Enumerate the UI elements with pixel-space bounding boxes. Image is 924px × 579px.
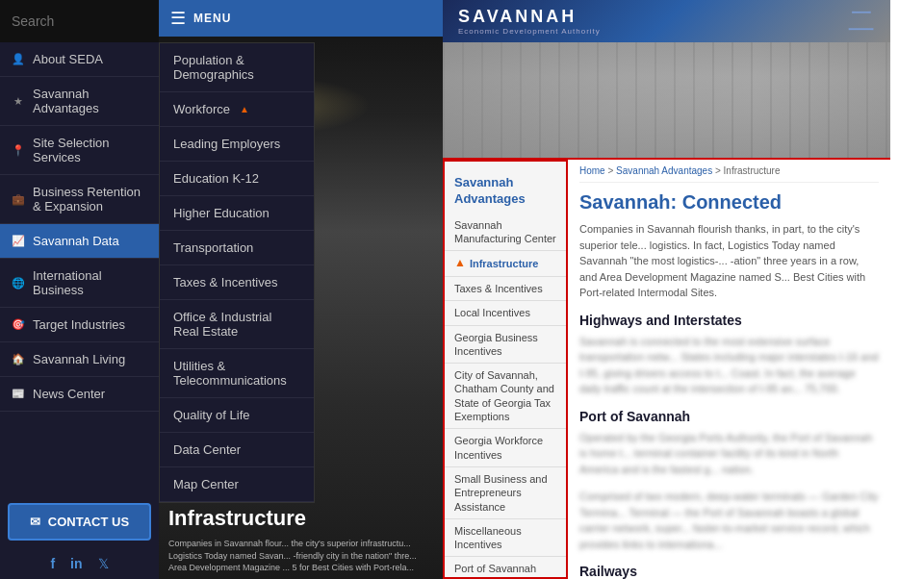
center-para: Companies in Savannah flour... the city'… [168, 538, 433, 574]
bird-logo-icon: ⼆ [848, 3, 875, 39]
sidebar-item-label: About SEDA [33, 52, 103, 66]
sub-nav-port-savannah[interactable]: Port of Savannah [445, 557, 566, 579]
dropdown-item-education-k12[interactable]: Education K-12 [160, 162, 314, 196]
logo-subtitle: Economic Development Authority [458, 27, 601, 36]
contact-label: CONTACT US [48, 515, 129, 529]
article-section1-title: Highways and Interstates [579, 313, 879, 328]
dropdown-item-leading-employers[interactable]: Leading Employers [160, 127, 314, 162]
dropdown-item-data-center[interactable]: Data Center [160, 433, 314, 467]
article-section2-body: Operated by the Georgia Ports Authority,… [579, 430, 879, 478]
article-content: Home > Savannah Advantages > Infrastruct… [568, 160, 890, 579]
sidebar-item-label: Savannah Data [33, 234, 119, 248]
sidebar-item-savannah-living[interactable]: 🏠 Savannah Living [0, 342, 159, 377]
dropdown-item-office-industrial[interactable]: Office & Industrial Real Estate [160, 300, 314, 349]
sidebar-item-label: News Center [33, 387, 105, 401]
dropdown-item-population[interactable]: Population & Demographics [160, 43, 314, 92]
sidebar: 🔍 👤 About SEDA ★ Savannah Advantages 📍 S… [0, 0, 159, 579]
sidebar-item-label: Savannah Living [33, 352, 125, 366]
warning-icon: ▲ [454, 256, 466, 271]
breadcrumb-home[interactable]: Home [579, 165, 605, 176]
dropdown-item-label: Higher Education [173, 206, 270, 220]
dropdown-item-label: Taxes & Incentives [173, 275, 277, 290]
social-bar: f in 𝕏 [0, 548, 159, 579]
sidebar-item-label: Target Industries [33, 317, 125, 332]
dropdown-item-transportation[interactable]: Transportation [160, 231, 314, 265]
dropdown-item-label: Office & Industrial Real Estate [173, 310, 300, 339]
article-section2-title: Port of Savannah [579, 409, 879, 424]
breadcrumb-advantages[interactable]: Savannah Advantages [616, 165, 712, 176]
sub-nav-manufacturing[interactable]: Savannah Manufacturing Center [445, 214, 566, 252]
breadcrumb-current: Infrastructure [724, 165, 781, 176]
hamburger-icon: ☰ [170, 8, 186, 29]
dropdown-item-label: Education K-12 [173, 171, 259, 186]
sub-nav-header-line1: Savannah [454, 175, 513, 189]
top-banner: SAVANNAH Economic Development Authority … [443, 0, 890, 42]
facebook-icon[interactable]: f [50, 556, 55, 571]
sidebar-item-international-business[interactable]: 🌐 International Business [0, 259, 159, 308]
sub-nav-georgia-workforce[interactable]: Georgia Workforce Incentives [445, 429, 566, 467]
dropdown-item-label: Workforce [173, 102, 230, 116]
infrastructure-label: Infrastructure [168, 506, 306, 531]
sub-nav-misc-incentives[interactable]: Miscellaneous Incentives [445, 519, 566, 558]
sub-nav-city-chatham[interactable]: City of Savannah, Chatham County and Sta… [445, 364, 566, 429]
envelope-icon: ✉ [30, 515, 40, 529]
breadcrumb: Home > Savannah Advantages > Infrastruct… [579, 160, 879, 183]
sidebar-item-label: Business Retention & Expansion [33, 185, 147, 214]
sidebar-item-target-industries[interactable]: 🎯 Target Industries [0, 308, 159, 342]
dropdown-item-label: Quality of Life [173, 408, 250, 422]
sidebar-item-label: Savannah Advantages [33, 87, 147, 115]
contact-us-button[interactable]: ✉ CONTACT US [8, 503, 151, 541]
sidebar-item-label: Site Selection Services [33, 136, 147, 164]
sidebar-item-savannah-data[interactable]: 📈 Savannah Data [0, 224, 159, 259]
sidebar-item-savannah-advantages[interactable]: ★ Savannah Advantages [0, 77, 159, 126]
sub-nav-taxes-incentives[interactable]: Taxes & Incentives [445, 277, 566, 301]
dropdown-item-utilities[interactable]: Utilities & Telecommunications [160, 349, 314, 398]
article-intro: Companies in Savannah flourish thanks, i… [579, 221, 879, 301]
news-icon: 📰 [12, 388, 25, 401]
dropdown-item-taxes-incentives[interactable]: Taxes & Incentives [160, 265, 314, 300]
sidebar-item-business-retention[interactable]: 💼 Business Retention & Expansion [0, 175, 159, 224]
sub-nav-header: Savannah Advantages [445, 169, 566, 214]
twitter-icon[interactable]: 𝕏 [98, 556, 109, 571]
center-menu-bar: ☰ MENU [159, 0, 443, 37]
person-icon: 👤 [12, 53, 25, 66]
dropdown-item-workforce[interactable]: Workforce [160, 92, 314, 127]
dropdown-item-label: Data Center [173, 442, 241, 457]
logo-area: SAVANNAH Economic Development Authority [458, 7, 601, 36]
dropdown-item-label: Transportation [173, 240, 253, 255]
sidebar-item-label: International Business [33, 268, 147, 297]
sub-nav-infrastructure[interactable]: ▲ Infrastructure [445, 251, 566, 277]
home-icon: 🏠 [12, 353, 25, 366]
linkedin-icon[interactable]: in [70, 556, 82, 571]
dropdown-item-map-center[interactable]: Map Center [160, 467, 314, 502]
sidebar-item-site-selection[interactable]: 📍 Site Selection Services [0, 126, 159, 175]
search-bar[interactable]: 🔍 [0, 0, 159, 42]
chart-icon: 📈 [12, 235, 25, 248]
article-title: Savannah: Connected [579, 190, 879, 214]
star-icon: ★ [12, 94, 25, 108]
dropdown-menu: Population & Demographics Workforce Lead… [159, 42, 315, 503]
sidebar-nav: 👤 About SEDA ★ Savannah Advantages 📍 Sit… [0, 42, 159, 495]
map-icon: 📍 [12, 143, 25, 157]
sub-nav-header-line2: Advantages [454, 191, 526, 206]
sub-nav-small-business[interactable]: Small Business and Entrepreneurs Assista… [445, 467, 566, 519]
dropdown-item-higher-education[interactable]: Higher Education [160, 196, 314, 231]
sidebar-item-about-seda[interactable]: 👤 About SEDA [0, 42, 159, 77]
right-panel: Savannah Advantages Savannah Manufacturi… [443, 158, 890, 579]
dropdown-item-quality-of-life[interactable]: Quality of Life [160, 398, 314, 433]
dropdown-item-label: Map Center [173, 477, 239, 491]
rail-image [443, 42, 890, 158]
sub-nav: Savannah Advantages Savannah Manufacturi… [443, 160, 568, 579]
sidebar-item-news-center[interactable]: 📰 News Center [0, 377, 159, 412]
breadcrumb-sep2: > [715, 165, 721, 176]
search-input[interactable] [12, 13, 180, 29]
dropdown-item-label: Population & Demographics [173, 53, 300, 82]
article-section3-title: Railways [579, 564, 879, 579]
article-section1-body: Savannah is connected to the most extens… [579, 334, 879, 397]
sub-nav-georgia-business[interactable]: Georgia Business Incentives [445, 326, 566, 365]
menu-label: MENU [193, 12, 231, 25]
sub-nav-local-incentives[interactable]: Local Incentives [445, 301, 566, 325]
dropdown-item-label: Utilities & Telecommunications [173, 359, 300, 388]
article-section2-body2: Comprised of two modern, deep-water term… [579, 489, 879, 552]
breadcrumb-sep1: > [607, 165, 613, 176]
